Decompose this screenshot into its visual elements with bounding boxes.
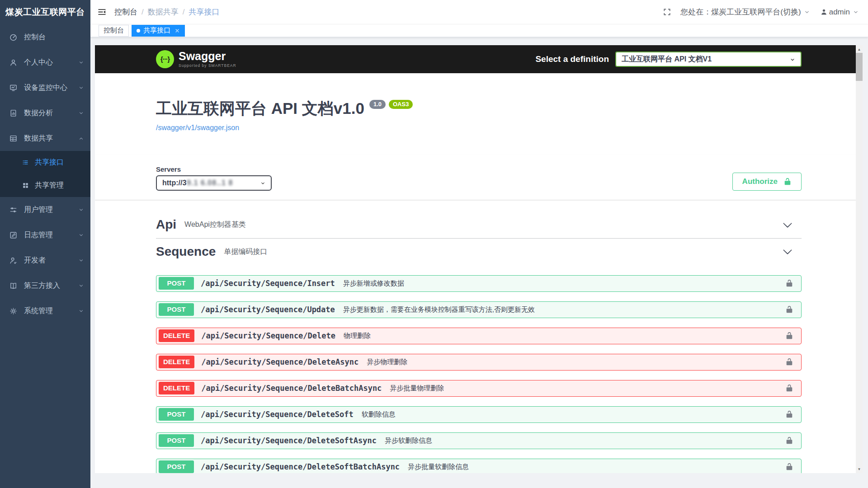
endpoint-row-post[interactable]: POST/api/Security/Sequence/DeleteSoftBat… [156, 459, 802, 473]
endpoint-path: /api/Security/Sequence/Update [201, 305, 335, 314]
sidebar-item-dashboard[interactable]: 控制台 [0, 24, 90, 50]
server-url-redacted: 9.1 6.08..1 8 [187, 179, 233, 187]
method-badge: DELETE [159, 329, 194, 342]
oas-badge: OAS3 [389, 100, 413, 109]
sidebar: 煤炭工业互联网平台 控制台个人中心设备监控中心数据分析数据共享共享接口共享管理用… [0, 0, 90, 488]
sidebar-subitem-shared-api[interactable]: 共享接口 [0, 151, 90, 174]
sidebar-item-log-manage[interactable]: 日志管理 [0, 222, 90, 248]
sidebar-item-label: 系统管理 [24, 306, 53, 316]
definition-select[interactable]: 工业互联网平台 API 文档V1 [615, 52, 802, 67]
servers-block: Servers http://3 9.1 6.08..1 8 [156, 165, 272, 191]
sidebar-item-data-analysis[interactable]: 数据分析 [0, 100, 90, 126]
endpoint-description: 物理删除 [344, 332, 371, 340]
scrollbar-down-arrow[interactable]: ▼ [856, 465, 863, 473]
endpoint-row-post[interactable]: POST/api/Security/Sequence/DeleteSoftAsy… [156, 432, 802, 449]
fullscreen-icon[interactable] [663, 8, 671, 16]
user-menu[interactable]: admin [820, 8, 859, 17]
list-icon [22, 159, 29, 166]
scrollbar-up-arrow[interactable]: ▲ [856, 46, 863, 53]
main-column: 控制台/数据共享/共享接口 您处在：煤炭工业互联网平台(切换) admin 控制… [90, 0, 868, 488]
tab-shared-api[interactable]: 共享接口 [132, 25, 185, 37]
endpoint-row-delete[interactable]: DELETE/api/Security/Sequence/DeleteBatch… [156, 380, 802, 397]
sidebar-item-data-share[interactable]: 数据共享 [0, 126, 90, 151]
user-icon [9, 58, 18, 67]
authorize-button[interactable]: Authorize [732, 173, 802, 191]
breadcrumb: 控制台/数据共享/共享接口 [114, 7, 219, 17]
scrollbar-thumb[interactable] [856, 53, 863, 81]
tab-dashboard[interactable]: 控制台 [99, 25, 129, 37]
tab-close-icon[interactable] [175, 28, 180, 33]
endpoint-row-post[interactable]: POST/api/Security/Sequence/Update异步更新数据，… [156, 301, 802, 318]
chevron-down-icon [78, 283, 84, 289]
servers-label: Servers [156, 165, 272, 173]
unlock-icon[interactable] [785, 305, 793, 314]
edit-log-icon [9, 231, 18, 239]
breadcrumb-item[interactable]: 控制台 [114, 7, 137, 17]
chevron-down-icon [78, 308, 84, 314]
section-header-api[interactable]: ApiWebApi控制器基类 [156, 211, 802, 239]
sidebar-item-system-manage[interactable]: 系统管理 [0, 298, 90, 324]
sidebar-item-label: 第三方接入 [24, 281, 60, 291]
sidebar-item-label: 数据共享 [24, 134, 53, 143]
method-badge: POST [159, 434, 194, 447]
unlock-icon[interactable] [785, 463, 793, 471]
method-badge: POST [159, 277, 194, 290]
section-header-sequence[interactable]: Sequence单据编码接口 [156, 239, 802, 265]
spec-link[interactable]: /swagger/v1/swagger.json [156, 124, 239, 132]
api-title-text: 工业互联网平台 API 文档v1.0 [156, 99, 364, 117]
endpoint-path: /api/Security/Sequence/Delete [201, 331, 335, 340]
chevron-down-icon [78, 207, 84, 213]
sidebar-item-label: 数据分析 [24, 108, 53, 118]
chart-doc-icon [9, 109, 18, 117]
sidebar-item-third-party[interactable]: 第三方接入 [0, 273, 90, 298]
share-grid-icon [9, 134, 18, 143]
developer-icon [9, 256, 18, 265]
unlock-icon[interactable] [785, 410, 793, 418]
unlock-icon[interactable] [785, 436, 793, 445]
scrollbar: ▲ ▼ [856, 45, 863, 473]
endpoint-description: 异步物理删除 [367, 358, 407, 366]
endpoint-path: /api/Security/Sequence/DeleteSoftAsync [201, 436, 377, 445]
endpoint-row-post[interactable]: POST/api/Security/Sequence/DeleteSoft软删除… [156, 406, 802, 423]
caret-down-icon [259, 180, 266, 187]
sidebar-item-profile[interactable]: 个人中心 [0, 50, 90, 75]
api-title: 工业互联网平台 API 文档v1.0 1.0 OAS3 [156, 99, 802, 117]
content-area: {···} Swagger Supported by SMARTBEAR Sel… [90, 37, 868, 488]
sidebar-item-device-monitor[interactable]: 设备监控中心 [0, 75, 90, 100]
section-name: Sequence [156, 245, 216, 259]
section-description: WebApi控制器基类 [184, 220, 246, 230]
sidebar-item-label: 日志管理 [24, 230, 53, 240]
version-badge: 1.0 [369, 100, 386, 109]
sidebar-submenu-data-share: 共享接口共享管理 [0, 151, 90, 197]
sidebar-toggle-icon[interactable] [97, 7, 107, 17]
unlock-icon[interactable] [785, 279, 793, 287]
endpoint-path: /api/Security/Sequence/DeleteSoft [201, 410, 354, 419]
endpoint-description: 异步新增或修改数据 [343, 279, 404, 288]
sidebar-item-user-manage[interactable]: 用户管理 [0, 197, 90, 222]
endpoint-row-delete[interactable]: DELETE/api/Security/Sequence/DeleteAsync… [156, 354, 802, 371]
sidebar-subitem-shared-manage[interactable]: 共享管理 [0, 174, 90, 197]
header-right: 您处在：煤炭工业互联网平台(切换) admin [663, 7, 859, 17]
method-badge: POST [159, 460, 194, 473]
unlock-icon[interactable] [785, 384, 793, 392]
endpoint-path: /api/Security/Sequence/DeleteBatchAsync [201, 384, 382, 393]
servers-select[interactable]: http://3 9.1 6.08..1 8 [156, 175, 272, 191]
unlock-icon [783, 178, 792, 186]
unlock-icon[interactable] [785, 332, 793, 340]
endpoint-row-post[interactable]: POST/api/Security/Sequence/Insert异步新增或修改… [156, 275, 802, 292]
platform-location-label: 您处在：煤炭工业互联网平台(切换) [680, 7, 801, 17]
sidebar-item-developer[interactable]: 开发者 [0, 248, 90, 273]
unlock-icon[interactable] [785, 358, 793, 366]
scheme-container: Servers http://3 9.1 6.08..1 8 Authorize [95, 155, 863, 200]
app-root: 煤炭工业互联网平台 控制台个人中心设备监控中心数据分析数据共享共享接口共享管理用… [0, 0, 868, 488]
endpoint-description: 异步批量物理删除 [390, 384, 444, 393]
dashboard-icon [9, 33, 18, 42]
caret-down-icon [789, 56, 796, 63]
chevron-down-icon [78, 110, 84, 116]
monitor-icon [9, 84, 18, 92]
swagger-logo-subtext: Supported by SMARTBEAR [179, 63, 236, 68]
platform-switcher[interactable]: 您处在：煤炭工业互联网平台(切换) [680, 7, 810, 17]
endpoint-path: /api/Security/Sequence/DeleteAsync [201, 357, 359, 366]
endpoint-row-delete[interactable]: DELETE/api/Security/Sequence/Delete物理删除 [156, 328, 802, 344]
definition-select-value: 工业互联网平台 API 文档V1 [622, 55, 712, 64]
